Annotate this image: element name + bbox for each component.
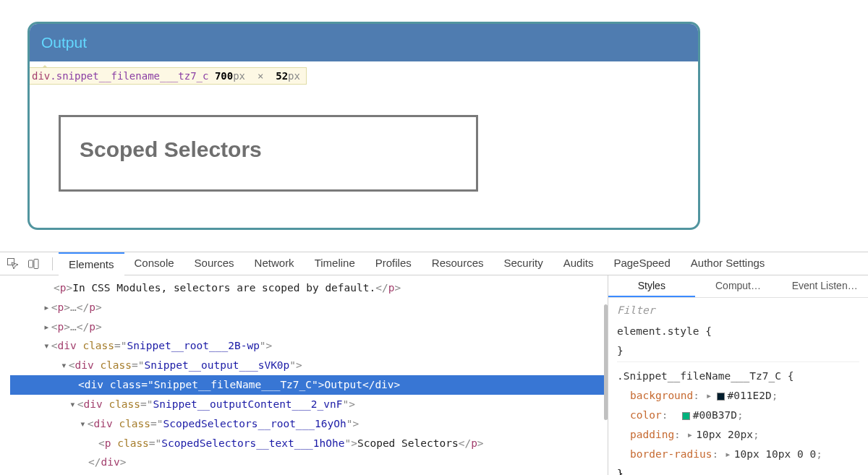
style-declaration[interactable]: background: #011E2D;: [617, 386, 859, 406]
dom-node[interactable]: </div>: [10, 472, 608, 475]
expand-arrow-icon[interactable]: [61, 359, 67, 371]
style-declaration[interactable]: color: #00B37D;: [617, 406, 859, 425]
styles-tabs: StylesComput…Event Listen…: [608, 275, 868, 298]
svg-rect-1: [28, 260, 33, 268]
scoped-selectors-title: Scoped Selectors: [80, 137, 457, 162]
preview-content: Scoped Selectors: [30, 79, 698, 199]
svg-rect-2: [34, 259, 38, 268]
dom-node[interactable]: <div class="Snippet__output___sVK0p">: [10, 356, 608, 375]
color-swatch-icon[interactable]: [717, 393, 725, 401]
styles-tab-comput-[interactable]: Comput…: [695, 275, 782, 297]
styles-tab-styles[interactable]: Styles: [608, 275, 695, 297]
color-swatch-icon[interactable]: [682, 412, 690, 420]
tooltip-height: 52: [276, 70, 288, 82]
style-rule-selector[interactable]: .Snippet__fileName___Tz7_C {: [617, 367, 859, 386]
expand-arrow-icon[interactable]: [43, 301, 50, 313]
svg-rect-0: [8, 258, 14, 265]
toolbar-tab-audits[interactable]: Audits: [553, 252, 604, 275]
toolbar-tab-network[interactable]: Network: [244, 252, 305, 275]
style-declaration[interactable]: padding: 10px 20px;: [617, 425, 859, 445]
toolbar-tab-profiles[interactable]: Profiles: [365, 252, 422, 275]
dom-node[interactable]: <p>…</p>: [10, 298, 608, 317]
tooltip-class: .snippet__filename___tz7_c: [50, 70, 208, 82]
expand-arrow-icon[interactable]: [69, 398, 76, 410]
style-declaration[interactable]: border-radius: 10px 10px 0 0;: [617, 445, 859, 464]
styles-tab-event-listen-[interactable]: Event Listen…: [781, 275, 868, 297]
tooltip-element: div: [32, 70, 50, 82]
toolbar-tab-timeline[interactable]: Timeline: [305, 252, 365, 275]
devtools: ElementsConsoleSourcesNetworkTimelinePro…: [0, 252, 868, 475]
toolbar-tab-resources[interactable]: Resources: [422, 252, 494, 275]
toolbar-tab-console[interactable]: Console: [124, 252, 184, 275]
scrollbar-thumb[interactable]: [604, 304, 608, 420]
element-style-line: element.style { }: [617, 322, 859, 363]
dom-node[interactable]: <p>In CSS Modules, selectors are scoped …: [10, 278, 608, 298]
styles-panel: StylesComput…Event Listen… Filter elemen…: [608, 275, 868, 475]
styles-filter[interactable]: Filter: [617, 301, 859, 322]
toolbar-tabs: ElementsConsoleSourcesNetworkTimelinePro…: [59, 252, 775, 275]
dom-node[interactable]: </div>: [10, 453, 608, 472]
toolbar-tab-elements[interactable]: Elements: [59, 252, 124, 275]
page-preview: Output div.snippet__filename___tz7_c 700…: [27, 22, 700, 230]
inspect-element-icon[interactable]: [6, 257, 20, 271]
dom-node[interactable]: <p class="ScopedSelectors__text___1hOhe"…: [10, 434, 608, 453]
expand-arrow-icon[interactable]: [80, 418, 86, 429]
scoped-selectors-card: Scoped Selectors: [59, 115, 478, 192]
dom-node[interactable]: <p>…</p>: [10, 317, 608, 337]
expand-arrow-icon[interactable]: [43, 340, 50, 351]
preview-output-header: Output: [30, 24, 698, 61]
toolbar-tab-pagespeed[interactable]: PageSpeed: [603, 252, 680, 275]
device-mode-icon[interactable]: [26, 257, 41, 271]
toolbar-tab-security[interactable]: Security: [494, 252, 553, 275]
dom-node[interactable]: <div class="Snippet__outputContent___2_v…: [10, 395, 608, 414]
devtools-toolbar: ElementsConsoleSourcesNetworkTimelinePro…: [0, 252, 868, 275]
toolbar-tab-sources[interactable]: Sources: [184, 252, 244, 275]
dom-node[interactable]: <div class="ScopedSelectors__root___16yO…: [10, 414, 608, 434]
devtools-body: <p>In CSS Modules, selectors are scoped …: [0, 275, 868, 475]
toolbar-tab-author-settings[interactable]: Author Settings: [681, 252, 775, 275]
dom-node-selected[interactable]: ⋯<div class="Snippet__fileName___Tz7_C">…: [10, 375, 608, 395]
expand-arrow-icon[interactable]: [43, 321, 50, 333]
dom-node[interactable]: <div class="Snippet__root___2B-wp">: [10, 336, 608, 356]
inspect-overlay: Output: [30, 24, 698, 61]
toolbar-divider: [52, 257, 53, 270]
tooltip-width: 700: [215, 70, 233, 82]
element-dimensions-tooltip: div.snippet__filename___tz7_c 700px × 52…: [27, 67, 307, 85]
styles-body[interactable]: Filter element.style { } .Snippet__fileN…: [608, 298, 868, 475]
style-rule-block: .Snippet__fileName___Tz7_C { background:…: [617, 367, 859, 475]
elements-panel[interactable]: <p>In CSS Modules, selectors are scoped …: [0, 275, 608, 475]
